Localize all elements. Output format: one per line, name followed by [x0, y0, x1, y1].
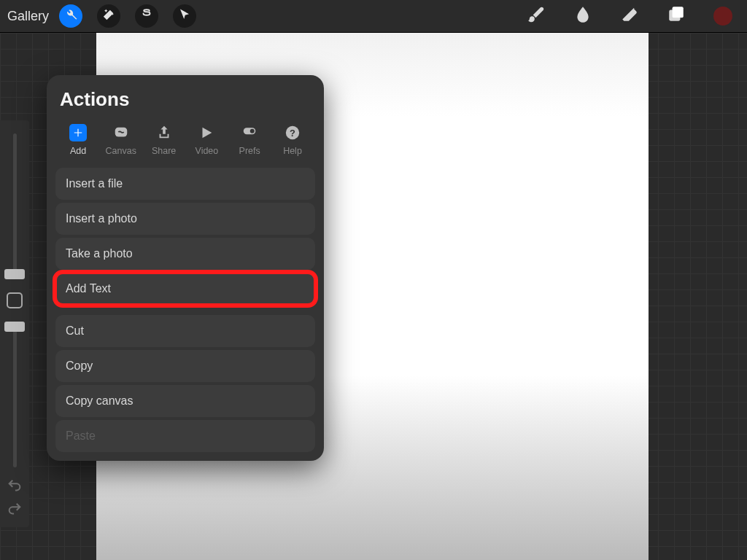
actions-title: Actions: [60, 88, 311, 111]
menu-cut[interactable]: Cut: [55, 315, 315, 347]
undo-icon: [7, 483, 23, 496]
transform-arrow-button[interactable]: [173, 4, 196, 28]
smudge-icon: [573, 5, 592, 27]
wrench-icon: [64, 8, 77, 24]
actions-wrench-button[interactable]: [59, 4, 82, 28]
selection-icon: [140, 8, 153, 24]
redo-button[interactable]: [7, 501, 23, 520]
actions-tab-canvas[interactable]: Canvas: [103, 124, 139, 156]
undo-button[interactable]: [7, 478, 23, 497]
svg-rect-1: [673, 7, 684, 18]
play-icon: [196, 124, 217, 141]
tab-label: Prefs: [239, 146, 260, 156]
right-tool-group: [527, 5, 740, 27]
menu-paste[interactable]: Paste: [55, 420, 315, 452]
actions-popover: Actions Add Canvas Share: [47, 75, 324, 461]
redo-icon: [7, 507, 23, 519]
opacity-slider[interactable]: [13, 322, 17, 467]
actions-menu-group-insert: Insert a file Insert a photo Take a phot…: [55, 168, 315, 305]
canvas-crop-icon: [110, 124, 132, 141]
adjustments-wand-button[interactable]: [97, 4, 120, 28]
plus-icon: [69, 124, 87, 141]
svg-text:?: ?: [290, 128, 295, 139]
brush-icon: [527, 5, 546, 27]
layers-icon: [667, 5, 686, 27]
actions-tab-prefs[interactable]: Prefs: [231, 124, 268, 156]
actions-tab-help[interactable]: ? Help: [274, 124, 311, 156]
wand-icon: [102, 8, 115, 24]
tab-label: Share: [152, 146, 176, 156]
brush-size-slider[interactable]: [13, 133, 17, 279]
actions-tab-video[interactable]: Video: [188, 124, 225, 156]
menu-copy[interactable]: Copy: [55, 350, 315, 382]
gallery-button[interactable]: Gallery: [7, 9, 49, 24]
tab-label: Video: [196, 146, 219, 156]
slider-thumb[interactable]: [4, 269, 25, 279]
slider-thumb[interactable]: [4, 322, 25, 332]
actions-tab-add[interactable]: Add: [60, 124, 96, 156]
eraser-tool-button[interactable]: [620, 5, 639, 27]
menu-add-text[interactable]: Add Text: [55, 273, 315, 305]
actions-menu-group-clipboard: Cut Copy Copy canvas Paste: [55, 315, 315, 452]
left-sidebar: [0, 120, 29, 527]
top-toolbar: Gallery: [0, 0, 747, 33]
modify-button[interactable]: [7, 292, 23, 308]
menu-copy-canvas[interactable]: Copy canvas: [55, 385, 315, 417]
help-icon: ?: [282, 124, 303, 141]
share-icon: [153, 124, 175, 141]
cursor-arrow-icon: [178, 8, 191, 24]
brush-tool-button[interactable]: [527, 5, 546, 27]
menu-insert-file[interactable]: Insert a file: [55, 168, 315, 200]
tab-label: Canvas: [106, 146, 136, 156]
svg-point-4: [250, 129, 255, 133]
toggle-icon: [239, 124, 260, 141]
selection-s-button[interactable]: [135, 4, 158, 28]
tab-label: Add: [70, 146, 86, 156]
layers-button[interactable]: [667, 5, 686, 27]
menu-insert-photo[interactable]: Insert a photo: [55, 203, 315, 235]
workspace-grid: Actions Add Canvas Share: [0, 33, 747, 560]
color-picker-button[interactable]: [713, 7, 732, 26]
actions-tab-share[interactable]: Share: [146, 124, 182, 156]
eraser-icon: [620, 5, 639, 27]
actions-tab-row: Add Canvas Share Video: [55, 124, 315, 168]
menu-take-photo[interactable]: Take a photo: [55, 238, 315, 270]
smudge-tool-button[interactable]: [573, 5, 592, 27]
tab-label: Help: [283, 146, 302, 156]
